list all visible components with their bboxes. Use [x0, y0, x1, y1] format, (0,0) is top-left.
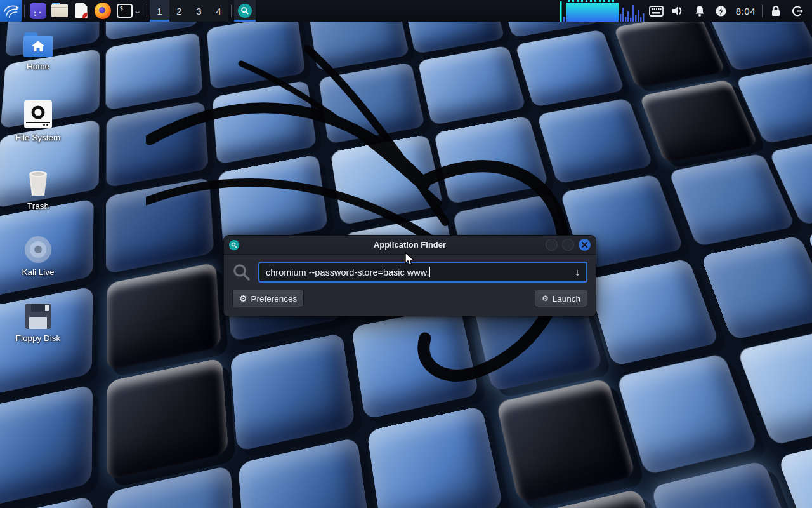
text-editor-launcher[interactable]	[70, 0, 92, 22]
panel-clock[interactable]: 8:04	[732, 6, 759, 17]
workspace-1-button[interactable]: 1	[150, 0, 169, 22]
history-dropdown-arrow[interactable]: ↓	[575, 267, 580, 278]
desktop-icon-label: Home	[27, 62, 49, 71]
trash-bin-icon	[25, 169, 51, 197]
text-editor-icon	[75, 3, 88, 18]
minimize-button[interactable]	[546, 239, 558, 251]
terminal-window-icon: • • •	[30, 3, 46, 19]
desktop-icon-label: Kali Live	[22, 267, 54, 277]
magnifier-icon	[238, 4, 252, 18]
close-icon	[582, 242, 587, 248]
desktop-icon-floppy-disk[interactable]: Floppy Disk	[6, 304, 70, 343]
window-title: Application Finder	[224, 240, 596, 250]
kali-menu-button[interactable]	[0, 0, 22, 22]
wallpaper-cube	[614, 13, 726, 88]
workspace-4-button[interactable]: 4	[209, 0, 228, 22]
file-manager-launcher[interactable]	[49, 0, 70, 22]
terminal-launcher[interactable]: • • •	[27, 0, 49, 22]
panel-separator	[231, 4, 232, 17]
volume-icon	[672, 5, 684, 17]
terminal-dropdown-launcher[interactable]: $_ ⌄	[114, 0, 144, 22]
preferences-button[interactable]: ⚙ Preferences	[232, 290, 304, 307]
search-input-value: chromium --password-store=basic www.	[266, 267, 429, 277]
launch-gear-icon: ⚙	[542, 295, 549, 302]
wallpaper-cube	[0, 384, 93, 508]
desktop-icon-kali-live[interactable]: Kali Live	[6, 236, 70, 277]
desktop-icon-trash[interactable]: Trash	[6, 169, 70, 211]
kali-dragon-icon	[2, 2, 20, 20]
active-app-indicator	[234, 20, 256, 22]
application-finder-window: Application Finder chromiu	[223, 235, 596, 316]
workspace-2-button[interactable]: 2	[169, 0, 189, 22]
wallpaper-cube	[239, 438, 372, 508]
close-button[interactable]	[579, 239, 591, 251]
panel-separator	[24, 4, 25, 17]
firefox-icon	[95, 3, 111, 19]
file-manager-icon	[51, 4, 68, 17]
wallpaper-cube	[701, 236, 812, 340]
terminal-prompt-icon: $_	[117, 4, 133, 18]
text-caret	[429, 267, 430, 277]
system-monitor-graph[interactable]	[560, 0, 646, 22]
firefox-launcher[interactable]	[92, 0, 114, 22]
kali-dragon-silhouette	[146, 35, 590, 403]
panel-separator	[762, 4, 763, 17]
app-finder-window-icon	[229, 240, 239, 250]
app-finder-taskbar-button[interactable]	[234, 0, 256, 22]
bell-icon	[694, 5, 705, 17]
home-folder-icon	[23, 36, 53, 57]
mouse-cursor	[404, 252, 417, 266]
disc-icon	[25, 236, 51, 263]
keyboard-icon	[649, 6, 664, 17]
logout-icon	[792, 5, 804, 17]
desktop-icon-label: File System	[16, 133, 61, 142]
top-panel: • • • $_ ⌄ 1 2 3 4	[0, 0, 812, 22]
desktop-icon-label: Trash	[27, 201, 49, 211]
search-icon	[232, 263, 251, 282]
desktop-screen: • • • $_ ⌄ 1 2 3 4	[0, 0, 812, 508]
search-input[interactable]: chromium --password-store=basic www. ↓	[258, 262, 587, 283]
gear-icon: ⚙	[239, 294, 247, 303]
active-workspace-indicator	[150, 20, 169, 22]
lock-icon	[770, 5, 782, 17]
wallpaper-cube	[367, 406, 503, 508]
volume-indicator[interactable]	[667, 0, 689, 22]
chevron-down-icon: ⌄	[134, 7, 142, 15]
wallpaper-cube	[640, 79, 759, 163]
maximize-button[interactable]	[562, 239, 574, 251]
notifications-indicator[interactable]	[689, 0, 710, 22]
power-manager-indicator[interactable]	[710, 0, 732, 22]
logout-button[interactable]	[787, 0, 808, 22]
desktop-icon-home[interactable]: Home	[6, 36, 70, 71]
screen-lock-button[interactable]	[765, 0, 787, 22]
preferences-button-label: Preferences	[251, 294, 298, 304]
hard-drive-icon	[24, 100, 52, 128]
wallpaper-cube	[616, 353, 759, 475]
panel-separator	[147, 4, 147, 17]
workspace-3-button[interactable]: 3	[189, 0, 209, 22]
floppy-disk-icon	[25, 304, 51, 329]
launch-button[interactable]: ⚙ Launch	[535, 290, 587, 307]
power-icon	[715, 5, 727, 17]
launch-button-label: Launch	[553, 294, 580, 304]
desktop-icon-label: Floppy Disk	[16, 333, 61, 343]
keyboard-indicator[interactable]	[646, 0, 667, 22]
desktop-icon-file-system[interactable]: File System	[6, 100, 70, 142]
wallpaper-cube	[587, 258, 720, 366]
